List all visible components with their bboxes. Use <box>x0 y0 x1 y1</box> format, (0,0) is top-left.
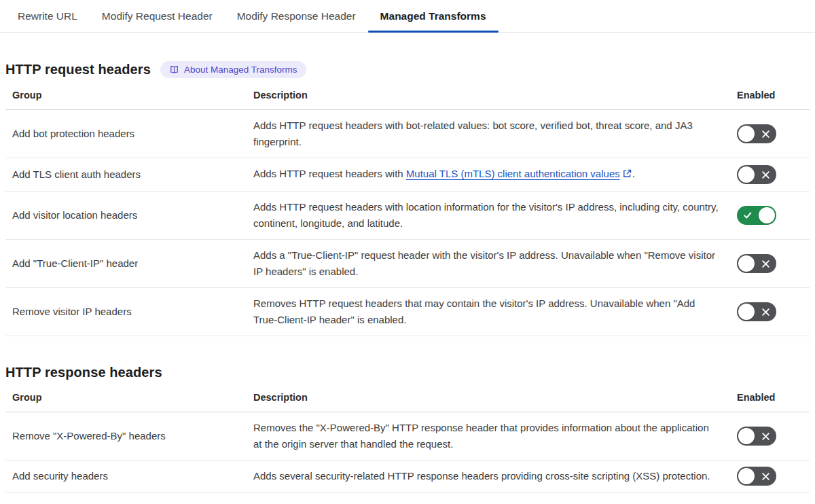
toggle-add-true-client-ip-header[interactable] <box>737 254 776 273</box>
column-header-description: Description <box>247 383 730 412</box>
x-icon <box>760 467 771 486</box>
transform-rules-tabbar: Rewrite URL Modify Request Header Modify… <box>0 0 815 33</box>
row-group-label: Add "True-Client-IP" header <box>5 240 247 288</box>
x-icon <box>760 302 771 321</box>
about-managed-transforms-badge[interactable]: About Managed Transforms <box>160 61 306 78</box>
toggle-knob <box>738 304 755 320</box>
table-row-add-true-client-ip: Add "True-Client-IP" header Adds a "True… <box>5 240 810 288</box>
tab-modify-response-header[interactable]: Modify Response Header <box>225 0 368 32</box>
description-text: . <box>632 168 635 179</box>
managed-transforms-page: HTTP request headers About Managed Trans… <box>0 61 815 504</box>
row-group-label: Remove "X-Powered-By" headers <box>5 412 247 461</box>
row-description: Adds several security-related HTTP respo… <box>247 461 730 492</box>
toggle-knob <box>738 166 755 183</box>
toggle-knob <box>759 207 775 223</box>
table-row-add-visitor-location: Add visitor location headers Adds HTTP r… <box>5 192 810 240</box>
row-group-label: Add bot protection headers <box>5 110 247 158</box>
x-icon <box>760 165 771 184</box>
response-headers-title: HTTP response headers <box>5 365 162 380</box>
column-header-group: Group <box>5 383 247 412</box>
column-header-enabled: Enabled <box>730 383 810 412</box>
response-table-header-row: Group Description Enabled <box>5 383 810 412</box>
toggle-add-security-headers[interactable] <box>737 467 776 486</box>
row-description: Removes HTTP request headers that may co… <box>247 288 730 336</box>
row-group-label: Add security headers <box>5 461 247 492</box>
toggle-remove-visitor-ip-headers[interactable] <box>737 302 776 321</box>
request-headers-table: Group Description Enabled Add bot protec… <box>5 81 810 336</box>
row-description: Adds HTTP request headers with Mutual TL… <box>247 158 730 192</box>
column-header-group: Group <box>5 81 247 110</box>
table-row-remove-x-powered-by: Remove "X-Powered-By" headers Removes th… <box>5 412 810 461</box>
table-row-add-bot-protection: Add bot protection headers Adds HTTP req… <box>5 110 810 158</box>
x-icon <box>760 124 771 143</box>
toggle-add-tls-client-auth-headers[interactable] <box>737 165 776 184</box>
row-description: Adds HTTP request headers with location … <box>247 192 730 240</box>
request-headers-title: HTTP request headers <box>5 62 151 77</box>
tab-managed-transforms[interactable]: Managed Transforms <box>368 0 499 32</box>
table-row-add-security-headers: Add security headers Adds several securi… <box>5 461 810 492</box>
external-link-icon <box>622 167 632 183</box>
about-badge-label: About Managed Transforms <box>184 65 297 75</box>
description-text: Adds HTTP request headers with <box>253 168 406 179</box>
table-row-add-tls-client-auth: Add TLS client auth headers Adds HTTP re… <box>5 158 810 192</box>
response-headers-table: Group Description Enabled Remove "X-Powe… <box>5 383 810 492</box>
column-header-description: Description <box>247 81 730 110</box>
toggle-knob <box>738 468 755 484</box>
mtls-docs-link[interactable]: Mutual TLS (mTLS) client authentication … <box>406 168 620 179</box>
row-description: Adds a "True-Client-IP" request header w… <box>247 240 730 288</box>
toggle-add-bot-protection-headers[interactable] <box>737 124 776 143</box>
row-description: Adds HTTP request headers with bot-relat… <box>247 110 730 158</box>
row-description: Removes the "X-Powered-By" HTTP response… <box>247 412 730 461</box>
column-header-enabled: Enabled <box>730 81 810 110</box>
toggle-knob <box>738 428 755 444</box>
toggle-knob <box>738 126 755 142</box>
request-headers-section-head: HTTP request headers About Managed Trans… <box>5 61 810 78</box>
book-icon <box>169 65 179 75</box>
request-table-header-row: Group Description Enabled <box>5 81 810 110</box>
row-group-label: Remove visitor IP headers <box>5 288 247 336</box>
row-group-label: Add TLS client auth headers <box>5 158 247 192</box>
response-headers-section-head: HTTP response headers <box>5 365 810 380</box>
toggle-knob <box>738 255 755 272</box>
check-icon <box>742 206 753 225</box>
toggle-remove-x-powered-by-headers[interactable] <box>737 427 776 446</box>
tab-modify-request-header[interactable]: Modify Request Header <box>90 0 225 32</box>
toggle-add-visitor-location-headers[interactable] <box>737 206 776 225</box>
tab-rewrite-url[interactable]: Rewrite URL <box>5 0 90 32</box>
x-icon <box>760 254 771 273</box>
table-row-remove-visitor-ip: Remove visitor IP headers Removes HTTP r… <box>5 288 810 336</box>
x-icon <box>760 427 771 446</box>
row-group-label: Add visitor location headers <box>5 192 247 240</box>
